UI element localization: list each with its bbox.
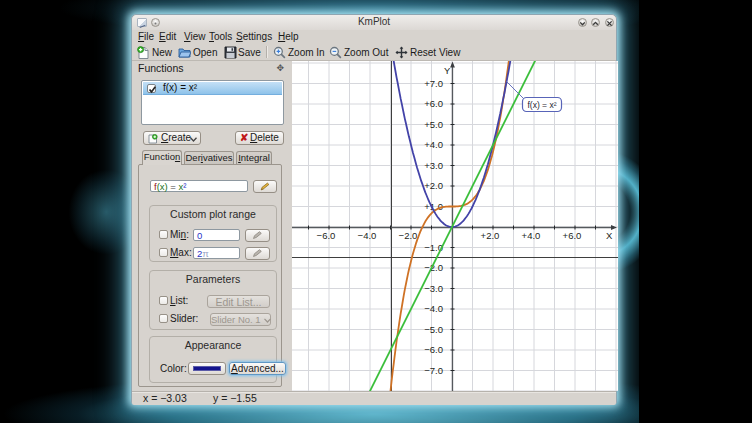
svg-text:−4.0: −4.0 [424,303,443,314]
svg-text:Y: Y [444,65,451,76]
svg-text:X: X [606,230,613,241]
svg-text:−7.0: −7.0 [424,365,443,376]
svg-text:+3.0: +3.0 [424,160,443,171]
svg-text:+4.0: +4.0 [424,139,443,150]
svg-text:+2.0: +2.0 [424,180,443,191]
svg-text:+5.0: +5.0 [424,119,443,130]
svg-text:f(x) = x²: f(x) = x² [527,100,556,110]
svg-text:+6.0: +6.0 [424,98,443,109]
svg-text:−6.0: −6.0 [317,230,336,241]
svg-text:+6.0: +6.0 [563,230,582,241]
svg-text:+7.0: +7.0 [424,78,443,89]
svg-text:−5.0: −5.0 [424,324,443,335]
svg-text:−4.0: −4.0 [358,230,377,241]
svg-text:+4.0: +4.0 [522,230,541,241]
svg-text:+2.0: +2.0 [481,230,500,241]
svg-text:−6.0: −6.0 [424,344,443,355]
svg-text:−2.0: −2.0 [399,230,418,241]
svg-text:−3.0: −3.0 [424,283,443,294]
